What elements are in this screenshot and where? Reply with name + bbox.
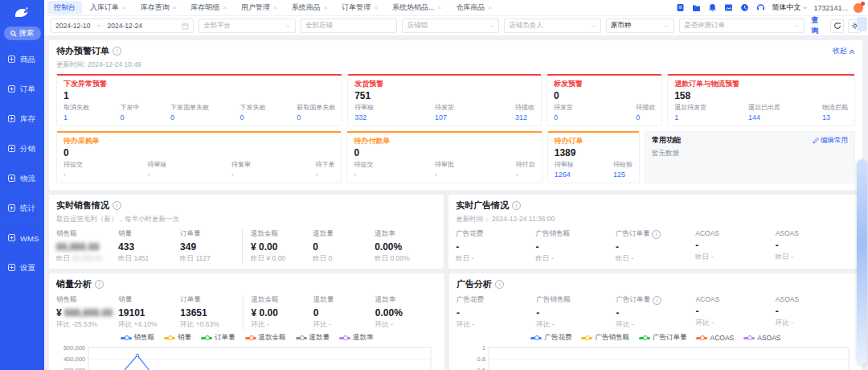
- store-group-select[interactable]: 店铺组: [402, 18, 499, 33]
- store-select[interactable]: 全部店铺: [301, 18, 398, 33]
- history-icon[interactable]: [739, 2, 750, 13]
- metric-value[interactable]: -: [231, 171, 251, 179]
- floating-widget-collapsed[interactable]: [857, 17, 867, 31]
- doc-icon[interactable]: [675, 2, 686, 13]
- legend-item[interactable]: ACOAS: [696, 333, 734, 343]
- metric-value[interactable]: -: [315, 171, 334, 179]
- sidebar-item-wms[interactable]: WMS: [0, 224, 44, 253]
- sidebar-search[interactable]: 搜索: [4, 27, 41, 40]
- close-icon[interactable]: ×: [173, 4, 177, 11]
- sidebar-item-logistics[interactable]: 物流: [0, 164, 44, 194]
- info-icon[interactable]: i: [113, 201, 121, 210]
- store-owner-select[interactable]: 店铺负责人: [504, 18, 601, 33]
- stats-icon: [7, 204, 16, 214]
- metric-value[interactable]: 332: [354, 113, 374, 121]
- info-icon[interactable]: i: [95, 280, 104, 289]
- sidebar-item-goods[interactable]: 商品: [0, 45, 44, 75]
- info-icon[interactable]: i: [653, 296, 661, 305]
- ads-analysis-chart[interactable]: 00.20.40.60.812024-12-102024-12-122024-1…: [457, 343, 855, 370]
- tab-7[interactable]: 系统热销品...×: [386, 1, 448, 14]
- platform-select[interactable]: 全部平台: [199, 18, 296, 33]
- metric-value[interactable]: -: [147, 171, 166, 179]
- kpi-value: ¥ 888,888.88: [56, 307, 118, 319]
- avatar[interactable]: [854, 3, 863, 13]
- legend-item[interactable]: 退款量: [296, 333, 330, 343]
- close-icon[interactable]: ×: [273, 4, 277, 11]
- currency-select[interactable]: 原币种: [606, 18, 674, 33]
- date-range-picker[interactable]: 2024-12-10 ~ 2024-12-24: [51, 18, 194, 33]
- brand-logo[interactable]: [0, 2, 44, 19]
- close-icon[interactable]: ×: [324, 4, 328, 11]
- edit-quick-actions-link[interactable]: 编辑常用: [813, 136, 848, 146]
- close-icon[interactable]: ×: [122, 4, 126, 11]
- tab-5[interactable]: 系统商品×: [285, 1, 334, 14]
- close-icon[interactable]: ×: [374, 4, 378, 11]
- info-icon[interactable]: i: [113, 47, 121, 56]
- metric-value[interactable]: -: [435, 171, 454, 179]
- tab-4[interactable]: 用户管理×: [235, 1, 284, 14]
- sidebar-item-distribution[interactable]: 分销: [0, 134, 44, 164]
- tab-3[interactable]: 库存明细×: [184, 1, 233, 14]
- legend-item[interactable]: 销量: [164, 333, 191, 343]
- account-id[interactable]: 1732141...: [813, 4, 848, 12]
- close-icon[interactable]: ×: [488, 4, 492, 11]
- floating-banner[interactable]: [857, 159, 867, 365]
- sidebar-item-inventory[interactable]: 库存: [0, 105, 44, 134]
- test-order-select[interactable]: 是否评测订单: [679, 18, 805, 33]
- settings-icon: [7, 263, 16, 273]
- metric-value[interactable]: 107: [435, 113, 454, 121]
- query-button[interactable]: 查询: [811, 15, 825, 36]
- info-icon[interactable]: i: [495, 280, 504, 289]
- tab-1[interactable]: 入库订单×: [84, 1, 133, 14]
- service-icon[interactable]: [755, 2, 766, 13]
- kpi-value: 13651: [180, 307, 242, 319]
- metric-value[interactable]: 1: [63, 113, 89, 121]
- legend-item[interactable]: ASOAS: [743, 333, 780, 343]
- sidebar-item-settings[interactable]: 设置: [0, 253, 44, 283]
- metric-value[interactable]: 0: [636, 113, 655, 121]
- bell-icon[interactable]: [707, 2, 718, 13]
- tab-8[interactable]: 仓库商品×: [449, 1, 498, 14]
- metric-value[interactable]: -: [354, 171, 373, 179]
- store-owner-placeholder: 店铺负责人: [509, 21, 543, 31]
- sidebar-item-stats[interactable]: 统计: [0, 194, 44, 224]
- metric-value[interactable]: 0: [554, 113, 573, 121]
- legend-item[interactable]: 销售额: [121, 333, 155, 343]
- metric-value[interactable]: -: [516, 171, 535, 179]
- metric-value[interactable]: 312: [515, 113, 534, 121]
- sidebar-item-orders[interactable]: 订单: [0, 75, 44, 105]
- close-icon[interactable]: ×: [438, 4, 442, 11]
- legend-item[interactable]: 退款金额: [245, 333, 286, 343]
- legend-item[interactable]: 广告花费: [530, 333, 571, 343]
- metric-label: 待审核: [147, 160, 166, 169]
- language-select[interactable]: 简体中文: [772, 2, 808, 13]
- metric-value[interactable]: 125: [613, 171, 633, 179]
- legend-item[interactable]: 广告订单量: [639, 333, 687, 343]
- refresh-button[interactable]: [830, 19, 844, 33]
- metric-value[interactable]: -: [63, 171, 83, 179]
- tab-2[interactable]: 库存查询×: [134, 1, 183, 14]
- metric-value[interactable]: 1264: [555, 171, 574, 179]
- kpi-value: 0.00%: [375, 241, 436, 253]
- folder-icon[interactable]: [691, 2, 702, 13]
- metric-value[interactable]: 0: [240, 113, 266, 121]
- card-metric: 待发货107: [435, 103, 454, 121]
- image-icon[interactable]: [723, 2, 734, 13]
- metric-value[interactable]: 144: [748, 113, 780, 121]
- metric-value[interactable]: 0: [121, 113, 140, 121]
- sales-analysis-chart[interactable]: 0100,000200,000300,000400,000500,0002024…: [56, 343, 437, 370]
- legend-item[interactable]: 广告销售额: [581, 333, 629, 343]
- metric-value[interactable]: 0: [170, 113, 209, 121]
- close-icon[interactable]: ×: [223, 4, 227, 11]
- metric-value[interactable]: 13: [822, 113, 848, 121]
- tab-6[interactable]: 订单管理×: [335, 1, 384, 14]
- collapse-link[interactable]: 收起: [833, 46, 855, 56]
- card-metric: 待付款-: [516, 160, 535, 179]
- legend-item[interactable]: 订单量: [201, 333, 235, 343]
- info-icon[interactable]: i: [652, 230, 661, 239]
- info-icon[interactable]: i: [512, 201, 521, 210]
- metric-value[interactable]: 0: [297, 113, 335, 121]
- legend-item[interactable]: 退款率: [339, 333, 374, 343]
- tab-0[interactable]: 控制台: [47, 1, 82, 14]
- metric-value[interactable]: 1: [674, 113, 706, 121]
